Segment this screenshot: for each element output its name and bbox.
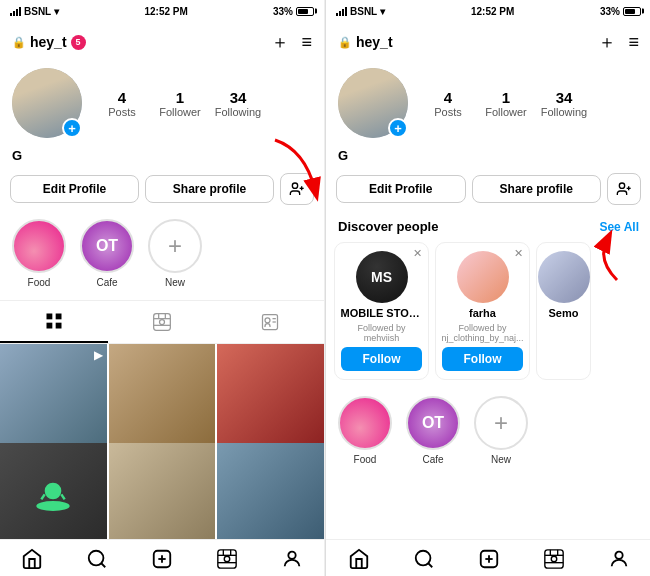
stat-following-right: 34 Following [540,89,588,118]
svg-rect-6 [56,323,62,329]
svg-point-0 [292,183,297,188]
panel-left: BSNL ▾ 12:52 PM 33% 🔒 hey_t 5 ＋ ≡ [0,0,325,576]
bottom-home-left[interactable] [0,546,65,572]
discover-card-2: ✕ farha Followed by nj_clothing_by_naj..… [435,242,530,380]
add-friend-button[interactable] [280,173,314,205]
menu-icon[interactable]: ≡ [301,32,312,53]
bottom-profile-left[interactable] [259,546,324,572]
highlight-label-cafe-right: Cafe [422,454,443,465]
action-buttons-left: Edit Profile Share profile [0,167,324,211]
bottom-home-right[interactable] [326,546,391,572]
add-friend-button-right[interactable] [607,173,641,205]
profile-stats-right: 4 Posts 1 Follower 34 Following [424,89,639,118]
edit-profile-button-right[interactable]: Edit Profile [336,175,466,203]
close-card-2-button[interactable]: ✕ [514,247,523,260]
bottom-search-left[interactable] [65,546,130,572]
svg-rect-5 [47,323,53,329]
svg-rect-3 [47,314,53,320]
svg-rect-43 [544,550,562,568]
close-card-1-button[interactable]: ✕ [413,247,422,260]
share-profile-button-right[interactable]: Share profile [472,175,602,203]
highlight-food-right[interactable]: Food [338,396,392,465]
highlight-new[interactable]: + New [148,219,202,288]
svg-line-20 [62,494,65,499]
avatar-wrap-right[interactable]: + [338,68,408,138]
add-story-button[interactable]: + [62,118,82,138]
bottom-search-right[interactable] [391,546,456,572]
discover-card-3: Semo [536,242,591,380]
grid-cell-3[interactable] [217,344,324,451]
highlight-label-food-right: Food [354,454,377,465]
profile-name-right: G [326,144,650,167]
discover-avatar-3 [538,251,590,303]
posts-label-right: Posts [434,106,462,118]
stat-posts: 4 Posts [98,89,146,118]
action-buttons-right: Edit Profile Share profile [326,167,650,211]
bottom-add-left[interactable] [130,546,195,572]
svg-point-44 [551,556,557,562]
stat-followers: 1 Follower [156,89,204,118]
stat-following: 34 Following [214,89,262,118]
following-count-right: 34 [556,89,573,106]
status-bar-right: BSNL ▾ 12:52 PM 33% [326,0,650,22]
signal-icon-right [336,7,347,16]
highlight-circle-food-right [338,396,392,450]
posts-count-right: 4 [444,89,452,106]
carrier-text: BSNL [24,6,51,17]
highlight-circle-cafe-right: OT [406,396,460,450]
add-story-button-right[interactable]: + [388,118,408,138]
svg-point-18 [45,482,62,499]
follow-button-2[interactable]: Follow [442,347,523,371]
discover-avatar-2 [457,251,509,303]
discover-name-2: farha [469,307,496,319]
discover-sub-1: Followed by mehviish [341,323,422,343]
grid-cell-1[interactable]: ▶ [0,344,107,451]
battery-percent-right: 33% [600,6,620,17]
avatar-wrap[interactable]: + [12,68,82,138]
following-count: 34 [230,89,247,106]
discover-avatar-1: MS [356,251,408,303]
highlights-right: Food OT Cafe + New [326,388,650,473]
follow-button-1[interactable]: Follow [341,347,422,371]
svg-rect-7 [154,314,171,331]
edit-profile-button[interactable]: Edit Profile [10,175,139,203]
photo-grid: ▶ [0,344,324,539]
follower-count-right: 1 [502,89,510,106]
following-label: Following [215,106,261,118]
discover-title: Discover people [338,219,438,234]
discover-sub-2: Followed by nj_clothing_by_naj... [442,323,524,343]
highlight-cafe-right[interactable]: OT Cafe [406,396,460,465]
profile-stats: 4 Posts 1 Follower 34 Following [98,89,312,118]
highlight-new-right[interactable]: + New [474,396,528,465]
grid-cell-2[interactable] [109,344,216,451]
bottom-add-right[interactable] [456,546,521,572]
add-post-icon-right[interactable]: ＋ [598,30,616,54]
tab-tagged[interactable] [216,301,324,343]
battery-icon [296,7,314,16]
svg-point-38 [415,551,430,566]
tab-reels[interactable] [108,301,216,343]
discover-cards: ✕ MS MOBILE STORE... Followed by mehviis… [326,238,650,384]
highlight-label-cafe: Cafe [96,277,117,288]
grid-cell-6[interactable] [217,443,324,540]
grid-cell-5[interactable] [109,443,216,540]
grid-cell-4[interactable] [0,443,107,540]
signal-icon [10,7,21,16]
svg-line-22 [101,563,105,567]
tab-grid[interactable] [0,301,108,343]
bottom-reels-right[interactable] [521,546,586,572]
bottom-reels-left[interactable] [194,546,259,572]
add-post-icon[interactable]: ＋ [271,30,289,54]
svg-point-34 [619,183,624,188]
see-all-button[interactable]: See All [599,220,639,234]
stat-followers-right: 1 Follower [482,89,530,118]
highlight-cafe[interactable]: OT Cafe [80,219,134,288]
share-profile-button[interactable]: Share profile [145,175,274,203]
svg-rect-4 [56,314,62,320]
menu-icon-right[interactable]: ≡ [628,32,639,53]
highlight-food[interactable]: Food [12,219,66,288]
bottom-nav-right [326,539,650,576]
posts-label: Posts [108,106,136,118]
bottom-profile-right[interactable] [586,546,650,572]
status-bar-left: BSNL ▾ 12:52 PM 33% [0,0,324,22]
